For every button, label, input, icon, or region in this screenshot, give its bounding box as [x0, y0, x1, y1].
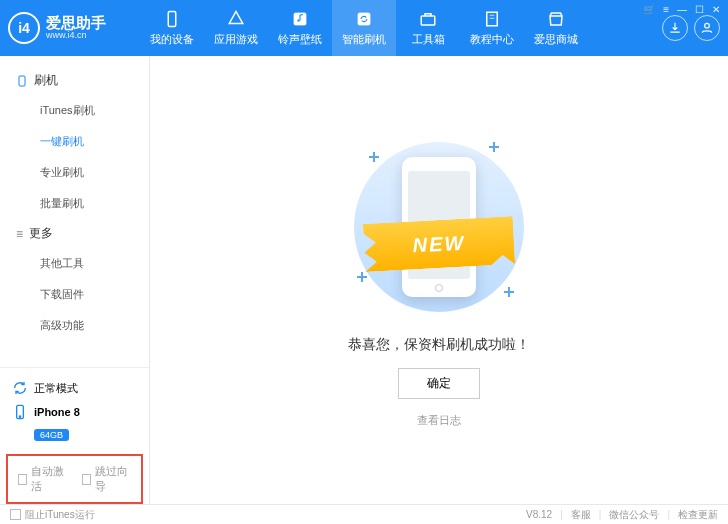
sidebar-group-more: ≡ 更多: [0, 219, 149, 248]
view-log-link[interactable]: 查看日志: [417, 413, 461, 428]
tab-toolbox[interactable]: 工具箱: [396, 0, 460, 56]
device-row[interactable]: iPhone 8: [12, 400, 137, 424]
toolbox-icon: [418, 9, 438, 29]
version-label: V8.12: [526, 509, 552, 520]
tab-apps[interactable]: 应用游戏: [204, 0, 268, 56]
logo-title: 爱思助手: [46, 15, 106, 32]
footer: 阻止iTunes运行 V8.12 | 客服 | 微信公众号 | 检查更新: [0, 504, 728, 524]
user-button[interactable]: [694, 15, 720, 41]
mode-row[interactable]: 正常模式: [12, 376, 137, 400]
sidebar: 刷机 iTunes刷机一键刷机专业刷机批量刷机 ≡ 更多 其他工具下载固件高级功…: [0, 56, 150, 504]
sidebar-more-item-1[interactable]: 下载固件: [0, 279, 149, 310]
logo-subtitle: www.i4.cn: [46, 31, 106, 41]
download-icon: [668, 21, 682, 35]
cart-icon[interactable]: 🛒: [643, 4, 655, 15]
tab-shop[interactable]: 爱思商城: [524, 0, 588, 56]
download-button[interactable]: [662, 15, 688, 41]
svg-rect-7: [19, 76, 25, 86]
success-illustration: NEW: [339, 132, 539, 322]
minimize-icon[interactable]: —: [677, 4, 687, 15]
menu-icon[interactable]: ≡: [663, 4, 669, 15]
storage-badge: 64GB: [34, 429, 69, 441]
apps-icon: [226, 9, 246, 29]
device-label: iPhone 8: [34, 406, 80, 418]
music-icon: [290, 9, 310, 29]
sidebar-item-2[interactable]: 专业刷机: [0, 157, 149, 188]
tab-book[interactable]: 教程中心: [460, 0, 524, 56]
block-itunes-checkbox[interactable]: 阻止iTunes运行: [10, 508, 95, 522]
new-ribbon: NEW: [363, 216, 515, 272]
maximize-icon[interactable]: ☐: [695, 4, 704, 15]
sidebar-more-item-0[interactable]: 其他工具: [0, 248, 149, 279]
ok-button[interactable]: 确定: [398, 368, 480, 399]
auto-activate-checkbox[interactable]: 自动激活: [18, 464, 68, 494]
logo: i4 爱思助手 www.i4.cn: [8, 12, 140, 44]
top-tabs: 我的设备应用游戏铃声壁纸智能刷机工具箱教程中心爱思商城: [140, 0, 588, 56]
list-icon: ≡: [16, 227, 23, 241]
mode-label: 正常模式: [34, 381, 78, 396]
sidebar-item-0[interactable]: iTunes刷机: [0, 95, 149, 126]
shop-icon: [546, 9, 566, 29]
svg-rect-5: [487, 12, 498, 26]
user-icon: [700, 21, 714, 35]
header: i4 爱思助手 www.i4.cn 我的设备应用游戏铃声壁纸智能刷机工具箱教程中…: [0, 0, 728, 56]
tab-refresh[interactable]: 智能刷机: [332, 0, 396, 56]
skip-guide-checkbox[interactable]: 跳过向导: [82, 464, 132, 494]
refresh-icon: [12, 380, 28, 396]
window-controls: 🛒 ≡ — ☐ ✕: [643, 4, 720, 15]
svg-point-9: [19, 416, 20, 417]
phone-icon: [162, 9, 182, 29]
refresh-icon: [354, 9, 374, 29]
svg-rect-0: [168, 12, 176, 27]
wechat-link[interactable]: 微信公众号: [609, 508, 659, 522]
sidebar-item-3[interactable]: 批量刷机: [0, 188, 149, 219]
activation-options: 自动激活 跳过向导: [6, 454, 143, 504]
support-link[interactable]: 客服: [571, 508, 591, 522]
svg-point-6: [705, 23, 710, 28]
tab-phone[interactable]: 我的设备: [140, 0, 204, 56]
logo-icon: i4: [8, 12, 40, 44]
success-message: 恭喜您，保资料刷机成功啦！: [348, 336, 530, 354]
book-icon: [482, 9, 502, 29]
tab-music[interactable]: 铃声壁纸: [268, 0, 332, 56]
sidebar-more-item-2[interactable]: 高级功能: [0, 310, 149, 341]
close-icon[interactable]: ✕: [712, 4, 720, 15]
sidebar-item-1[interactable]: 一键刷机: [0, 126, 149, 157]
main-content: NEW 恭喜您，保资料刷机成功啦！ 确定 查看日志: [150, 56, 728, 504]
svg-rect-3: [358, 13, 370, 25]
sidebar-group-flash: 刷机: [0, 66, 149, 95]
svg-rect-4: [421, 16, 435, 25]
device-icon: [12, 404, 28, 420]
update-link[interactable]: 检查更新: [678, 508, 718, 522]
phone-icon: [16, 75, 28, 87]
